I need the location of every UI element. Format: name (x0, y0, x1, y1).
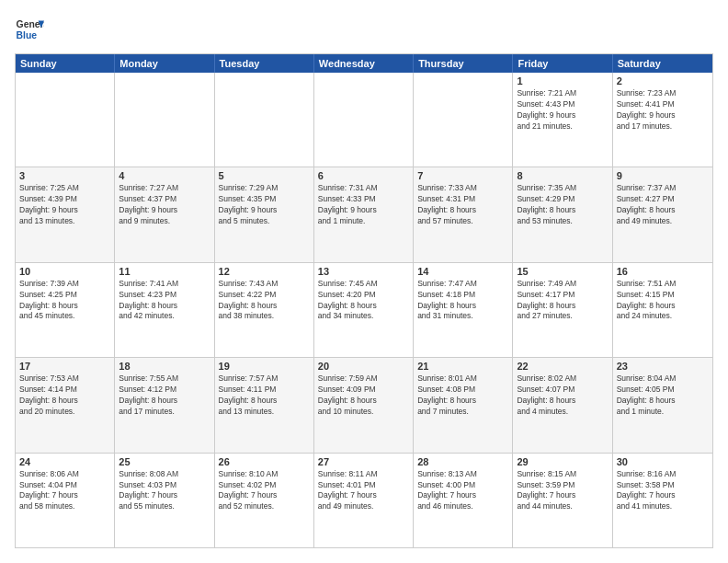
day-info: Sunrise: 7:29 AMSunset: 4:35 PMDaylight:… (219, 183, 310, 227)
header: General Blue (15, 15, 713, 44)
day-number: 4 (119, 170, 210, 181)
day-number: 27 (318, 456, 409, 467)
day-cell-2: 2Sunrise: 7:23 AMSunset: 4:41 PMDaylight… (613, 73, 712, 167)
day-number: 23 (617, 361, 709, 372)
day-cell-24: 24Sunrise: 8:06 AMSunset: 4:04 PMDayligh… (16, 454, 115, 547)
day-cell-22: 22Sunrise: 8:02 AMSunset: 4:07 PMDayligh… (513, 358, 612, 452)
day-info: Sunrise: 7:57 AMSunset: 4:11 PMDaylight:… (219, 373, 310, 418)
weekday-header-thursday: Thursday (414, 54, 513, 73)
day-info: Sunrise: 7:35 AMSunset: 4:29 PMDaylight:… (517, 183, 608, 227)
day-cell-1: 1Sunrise: 7:21 AMSunset: 4:43 PMDaylight… (513, 73, 612, 167)
day-cell-25: 25Sunrise: 8:08 AMSunset: 4:03 PMDayligh… (115, 454, 214, 547)
day-info: Sunrise: 8:04 AMSunset: 4:05 PMDaylight:… (617, 373, 709, 418)
calendar-row-0: 1Sunrise: 7:21 AMSunset: 4:43 PMDaylight… (16, 73, 712, 167)
day-number: 30 (617, 456, 709, 467)
day-info: Sunrise: 8:11 AMSunset: 4:01 PMDaylight:… (318, 469, 409, 513)
calendar-body: 1Sunrise: 7:21 AMSunset: 4:43 PMDaylight… (16, 73, 712, 547)
day-cell-29: 29Sunrise: 8:15 AMSunset: 3:59 PMDayligh… (513, 454, 612, 547)
day-cell-7: 7Sunrise: 7:33 AMSunset: 4:31 PMDaylight… (414, 167, 513, 261)
day-cell-21: 21Sunrise: 8:01 AMSunset: 4:08 PMDayligh… (414, 358, 513, 452)
day-cell-9: 9Sunrise: 7:37 AMSunset: 4:27 PMDaylight… (613, 167, 712, 261)
day-number: 10 (19, 266, 110, 277)
day-info: Sunrise: 7:45 AMSunset: 4:20 PMDaylight:… (318, 279, 409, 323)
day-info: Sunrise: 8:01 AMSunset: 4:08 PMDaylight:… (417, 373, 508, 418)
day-info: Sunrise: 7:37 AMSunset: 4:27 PMDaylight:… (617, 183, 709, 227)
day-number: 21 (417, 361, 508, 372)
day-number: 9 (617, 170, 709, 181)
day-cell-15: 15Sunrise: 7:49 AMSunset: 4:17 PMDayligh… (513, 263, 612, 357)
day-number: 6 (318, 170, 409, 181)
day-info: Sunrise: 7:25 AMSunset: 4:39 PMDaylight:… (19, 183, 110, 227)
day-info: Sunrise: 8:10 AMSunset: 4:02 PMDaylight:… (219, 469, 310, 513)
day-number: 14 (417, 266, 508, 277)
calendar: SundayMondayTuesdayWednesdayThursdayFrid… (15, 53, 713, 548)
day-cell-18: 18Sunrise: 7:55 AMSunset: 4:12 PMDayligh… (115, 358, 214, 452)
calendar-header: SundayMondayTuesdayWednesdayThursdayFrid… (16, 54, 712, 73)
day-cell-6: 6Sunrise: 7:31 AMSunset: 4:33 PMDaylight… (314, 167, 414, 261)
day-cell-27: 27Sunrise: 8:11 AMSunset: 4:01 PMDayligh… (314, 454, 414, 547)
day-cell-4: 4Sunrise: 7:27 AMSunset: 4:37 PMDaylight… (115, 167, 214, 261)
day-number: 16 (617, 266, 709, 277)
day-info: Sunrise: 7:27 AMSunset: 4:37 PMDaylight:… (119, 183, 210, 227)
day-number: 19 (219, 361, 310, 372)
day-info: Sunrise: 7:47 AMSunset: 4:18 PMDaylight:… (417, 279, 508, 323)
day-info: Sunrise: 7:33 AMSunset: 4:31 PMDaylight:… (417, 183, 508, 227)
day-info: Sunrise: 8:16 AMSunset: 3:58 PMDaylight:… (617, 469, 709, 513)
day-number: 13 (318, 266, 409, 277)
day-number: 12 (219, 266, 310, 277)
day-cell-3: 3Sunrise: 7:25 AMSunset: 4:39 PMDaylight… (16, 167, 115, 261)
weekday-header-saturday: Saturday (613, 54, 712, 73)
calendar-row-2: 10Sunrise: 7:39 AMSunset: 4:25 PMDayligh… (16, 262, 712, 357)
day-cell-20: 20Sunrise: 7:59 AMSunset: 4:09 PMDayligh… (314, 358, 414, 452)
day-info: Sunrise: 7:41 AMSunset: 4:23 PMDaylight:… (119, 279, 210, 323)
empty-cell-0-4 (414, 73, 513, 167)
day-info: Sunrise: 7:51 AMSunset: 4:15 PMDaylight:… (617, 279, 709, 323)
day-number: 5 (219, 170, 310, 181)
day-info: Sunrise: 7:39 AMSunset: 4:25 PMDaylight:… (19, 279, 110, 323)
calendar-row-4: 24Sunrise: 8:06 AMSunset: 4:04 PMDayligh… (16, 453, 712, 547)
empty-cell-0-3 (314, 73, 414, 167)
day-cell-13: 13Sunrise: 7:45 AMSunset: 4:20 PMDayligh… (314, 263, 414, 357)
day-info: Sunrise: 7:55 AMSunset: 4:12 PMDaylight:… (119, 373, 210, 418)
day-number: 20 (318, 361, 409, 372)
day-cell-30: 30Sunrise: 8:16 AMSunset: 3:58 PMDayligh… (613, 454, 712, 547)
day-cell-16: 16Sunrise: 7:51 AMSunset: 4:15 PMDayligh… (613, 263, 712, 357)
empty-cell-0-2 (215, 73, 314, 167)
day-number: 2 (617, 75, 709, 86)
day-number: 7 (417, 170, 508, 181)
page: General Blue SundayMondayTuesdayWednesda… (0, 0, 728, 563)
day-info: Sunrise: 8:13 AMSunset: 4:00 PMDaylight:… (417, 469, 508, 513)
svg-text:Blue: Blue (17, 30, 38, 40)
calendar-row-1: 3Sunrise: 7:25 AMSunset: 4:39 PMDaylight… (16, 167, 712, 261)
day-cell-14: 14Sunrise: 7:47 AMSunset: 4:18 PMDayligh… (414, 263, 513, 357)
day-info: Sunrise: 7:21 AMSunset: 4:43 PMDaylight:… (517, 88, 608, 132)
day-info: Sunrise: 7:43 AMSunset: 4:22 PMDaylight:… (219, 279, 310, 323)
day-cell-26: 26Sunrise: 8:10 AMSunset: 4:02 PMDayligh… (215, 454, 314, 547)
day-cell-12: 12Sunrise: 7:43 AMSunset: 4:22 PMDayligh… (215, 263, 314, 357)
weekday-header-friday: Friday (513, 54, 612, 73)
day-info: Sunrise: 7:53 AMSunset: 4:14 PMDaylight:… (19, 373, 110, 418)
day-cell-19: 19Sunrise: 7:57 AMSunset: 4:11 PMDayligh… (215, 358, 314, 452)
empty-cell-0-1 (115, 73, 214, 167)
day-number: 26 (219, 456, 310, 467)
day-info: Sunrise: 8:15 AMSunset: 3:59 PMDaylight:… (517, 469, 608, 513)
logo: General Blue (15, 15, 44, 44)
day-info: Sunrise: 7:49 AMSunset: 4:17 PMDaylight:… (517, 279, 608, 323)
day-number: 25 (119, 456, 210, 467)
weekday-header-monday: Monday (115, 54, 214, 73)
logo-icon: General Blue (15, 15, 44, 44)
day-info: Sunrise: 7:23 AMSunset: 4:41 PMDaylight:… (617, 88, 709, 132)
day-number: 24 (19, 456, 110, 467)
weekday-header-tuesday: Tuesday (215, 54, 314, 73)
day-cell-11: 11Sunrise: 7:41 AMSunset: 4:23 PMDayligh… (115, 263, 214, 357)
day-number: 15 (517, 266, 608, 277)
day-number: 8 (517, 170, 608, 181)
day-number: 18 (119, 361, 210, 372)
day-info: Sunrise: 8:08 AMSunset: 4:03 PMDaylight:… (119, 469, 210, 513)
day-number: 22 (517, 361, 608, 372)
day-cell-10: 10Sunrise: 7:39 AMSunset: 4:25 PMDayligh… (16, 263, 115, 357)
day-cell-23: 23Sunrise: 8:04 AMSunset: 4:05 PMDayligh… (613, 358, 712, 452)
day-cell-28: 28Sunrise: 8:13 AMSunset: 4:00 PMDayligh… (414, 454, 513, 547)
day-number: 1 (517, 75, 608, 86)
day-cell-8: 8Sunrise: 7:35 AMSunset: 4:29 PMDaylight… (513, 167, 612, 261)
